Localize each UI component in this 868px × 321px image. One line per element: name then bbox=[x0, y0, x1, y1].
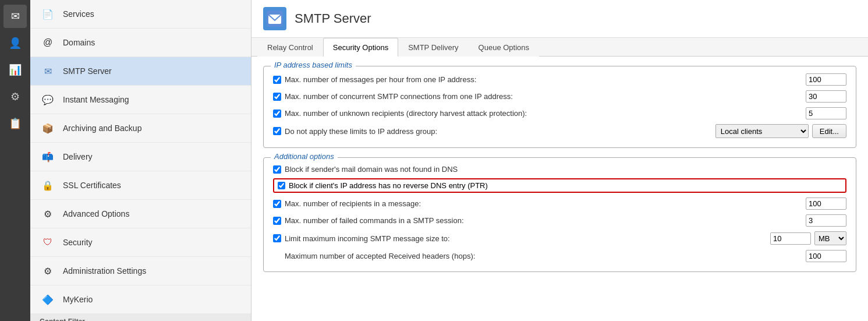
icon-bar: ✉ 👤 📊 ⚙ 📋 bbox=[0, 0, 30, 321]
sidebar-item-advanced[interactable]: ⚙ Advanced Options bbox=[30, 200, 251, 228]
page-title: SMTP Server bbox=[295, 11, 371, 26]
sidebar-item-smtp-server[interactable]: ✉ SMTP Server bbox=[30, 57, 251, 86]
notes-nav-icon[interactable]: 📋 bbox=[3, 112, 27, 135]
add-option-row-1: Block if sender's mail domain was not fo… bbox=[273, 165, 846, 174]
tab-relay-control[interactable]: Relay Control bbox=[257, 38, 323, 57]
delivery-icon: 📫 bbox=[40, 149, 56, 165]
add-option-input-3[interactable] bbox=[806, 197, 846, 210]
sidebar-label-smtp-server: SMTP Server bbox=[63, 66, 112, 76]
add-option-label-5[interactable]: Limit maximum incoming SMTP message size… bbox=[273, 234, 766, 243]
sidebar-item-instant-messaging[interactable]: 💬 Instant Messaging bbox=[30, 86, 251, 114]
sidebar-label-instant-messaging: Instant Messaging bbox=[63, 95, 129, 104]
archiving-icon: 📦 bbox=[40, 120, 56, 136]
sidebar-item-admin[interactable]: ⚙ Administration Settings bbox=[30, 257, 251, 285]
add-option-row-6: Maximum number of accepted Received head… bbox=[273, 250, 846, 262]
add-option-input-4[interactable] bbox=[806, 214, 846, 227]
add-option-input-6[interactable] bbox=[806, 250, 846, 262]
add-option-label-3[interactable]: Max. number of recipients in a message: bbox=[273, 199, 801, 208]
sidebar-label-mykerio: MyKerio bbox=[63, 295, 93, 304]
ip-limit-row-2: Max. number of concurrent SMTP connectio… bbox=[273, 90, 846, 103]
sidebar-label-security: Security bbox=[63, 238, 93, 247]
add-option-label-2[interactable]: Block if client's IP address has no reve… bbox=[289, 181, 488, 190]
admin-icon: ⚙ bbox=[40, 263, 56, 279]
sidebar-item-ssl[interactable]: 🔒 SSL Certificates bbox=[30, 171, 251, 200]
ip-limits-title: IP address based limits bbox=[271, 61, 356, 69]
sidebar-item-delivery[interactable]: 📫 Delivery bbox=[30, 143, 251, 171]
ip-limit-row-3: Max. number of unknown recipients (direc… bbox=[273, 107, 846, 119]
ip-limit-row-1: Max. number of messages per hour from on… bbox=[273, 73, 846, 86]
sidebar-item-services[interactable]: 📄 Services bbox=[30, 0, 251, 29]
ip-limit-label-1[interactable]: Max. number of messages per hour from on… bbox=[273, 75, 801, 84]
add-option-input-5[interactable] bbox=[770, 232, 811, 245]
ip-limit-row-4: Do not apply these limits to IP address … bbox=[273, 124, 846, 138]
add-option-label-4[interactable]: Max. number of failed commands in a SMTP… bbox=[273, 216, 801, 225]
sidebar-item-domains[interactable]: @ Domains bbox=[30, 29, 251, 57]
sidebar-label-advanced: Advanced Options bbox=[63, 209, 129, 218]
ip-limit-checkbox-3[interactable] bbox=[273, 110, 281, 118]
ip-group-dropdown[interactable]: Local clientsAll bbox=[715, 124, 809, 138]
instant-messaging-icon: 💬 bbox=[40, 91, 56, 108]
main-content: SMTP Server Relay Control Security Optio… bbox=[251, 0, 868, 321]
add-option-label-1[interactable]: Block if sender's mail domain was not fo… bbox=[273, 165, 846, 174]
sidebar-item-archiving[interactable]: 📦 Archiving and Backup bbox=[30, 114, 251, 143]
ip-limit-input-2[interactable] bbox=[806, 90, 846, 103]
tabs-bar: Relay Control Security Options SMTP Deli… bbox=[251, 38, 868, 57]
settings-nav-icon[interactable]: ⚙ bbox=[3, 85, 27, 108]
ip-limit-label-2[interactable]: Max. number of concurrent SMTP connectio… bbox=[273, 92, 801, 101]
contacts-nav-icon[interactable]: 👤 bbox=[3, 31, 27, 55]
ip-group-edit-button[interactable]: Edit... bbox=[812, 124, 846, 138]
tab-security-options[interactable]: Security Options bbox=[323, 38, 398, 57]
mail-nav-icon[interactable]: ✉ bbox=[3, 5, 27, 28]
ip-limit-checkbox-4[interactable] bbox=[273, 127, 281, 135]
ip-limit-label-3[interactable]: Max. number of unknown recipients (direc… bbox=[273, 109, 801, 118]
additional-options-title: Additional options bbox=[271, 152, 338, 161]
sidebar-label-ssl: SSL Certificates bbox=[63, 181, 121, 190]
tab-content: IP address based limits Max. number of m… bbox=[251, 57, 868, 321]
add-option-row-4: Max. number of failed commands in a SMTP… bbox=[273, 214, 846, 227]
sidebar-label-delivery: Delivery bbox=[63, 152, 93, 161]
ip-limit-input-1[interactable] bbox=[806, 73, 846, 86]
ip-limit-label-4[interactable]: Do not apply these limits to IP address … bbox=[273, 127, 711, 136]
domains-icon: @ bbox=[40, 34, 56, 51]
page-header-icon bbox=[263, 7, 286, 30]
security-icon: 🛡 bbox=[40, 234, 56, 251]
add-option-checkbox-2[interactable] bbox=[278, 182, 285, 189]
add-option-label-6: Maximum number of accepted Received head… bbox=[273, 252, 801, 260]
sidebar-label-archiving: Archiving and Backup bbox=[63, 124, 141, 133]
ip-limit-checkbox-2[interactable] bbox=[273, 93, 281, 101]
services-icon: 📄 bbox=[40, 6, 56, 22]
content-filter-section-label: Content Filter bbox=[30, 314, 251, 321]
additional-options-section: Additional options Block if sender's mai… bbox=[263, 157, 856, 272]
add-option-checkbox-4[interactable] bbox=[273, 217, 281, 225]
advanced-icon: ⚙ bbox=[40, 206, 56, 222]
tab-queue-options[interactable]: Queue Options bbox=[469, 38, 539, 57]
mykerio-icon: 🔷 bbox=[40, 291, 56, 308]
page-header: SMTP Server bbox=[251, 0, 868, 38]
add-option-row-3: Max. number of recipients in a message: bbox=[273, 197, 846, 210]
ip-limit-dropdown-row: Local clientsAll Edit... bbox=[715, 124, 846, 138]
sidebar-label-services: Services bbox=[63, 9, 94, 19]
ip-limit-checkbox-1[interactable] bbox=[273, 76, 281, 84]
sidebar-item-mykerio[interactable]: 🔷 MyKerio bbox=[30, 285, 251, 314]
ssl-icon: 🔒 bbox=[40, 177, 56, 193]
sidebar-label-admin: Administration Settings bbox=[63, 266, 146, 276]
ip-limits-section: IP address based limits Max. number of m… bbox=[263, 66, 856, 148]
add-option-checkbox-5[interactable] bbox=[273, 234, 281, 242]
add-option-checkbox-3[interactable] bbox=[273, 200, 281, 208]
size-unit-select[interactable]: MBKBGB bbox=[814, 231, 846, 245]
add-option-row-2-highlighted: Block if client's IP address has no reve… bbox=[273, 178, 846, 193]
sidebar-label-domains: Domains bbox=[63, 38, 95, 47]
sidebar: 📄 Services @ Domains ✉ SMTP Server 💬 Ins… bbox=[30, 0, 251, 321]
size-unit-row: MBKBGB bbox=[770, 231, 846, 245]
add-option-checkbox-1[interactable] bbox=[273, 165, 281, 174]
add-option-row-5: Limit maximum incoming SMTP message size… bbox=[273, 231, 846, 245]
smtp-server-icon: ✉ bbox=[40, 63, 56, 79]
sidebar-item-security[interactable]: 🛡 Security bbox=[30, 228, 251, 257]
ip-limit-input-3[interactable] bbox=[806, 107, 846, 119]
tab-smtp-delivery[interactable]: SMTP Delivery bbox=[398, 38, 468, 57]
stats-nav-icon[interactable]: 📊 bbox=[3, 58, 27, 82]
